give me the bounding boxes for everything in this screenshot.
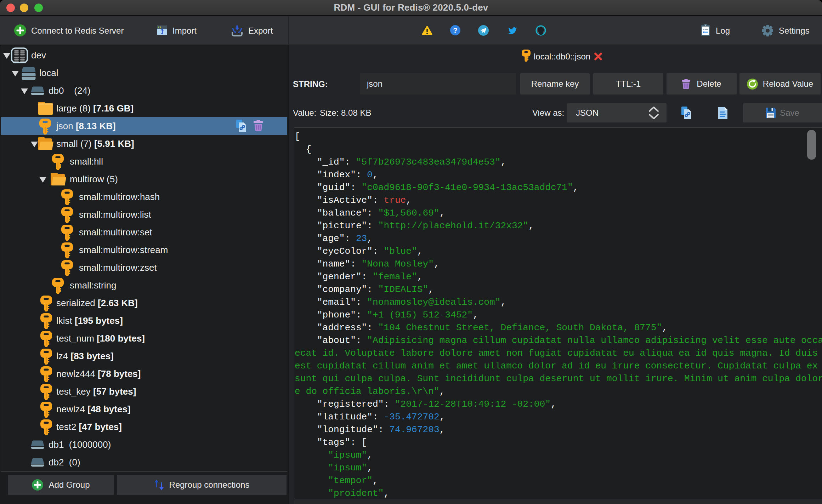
svg-text:?: ? xyxy=(453,26,458,34)
